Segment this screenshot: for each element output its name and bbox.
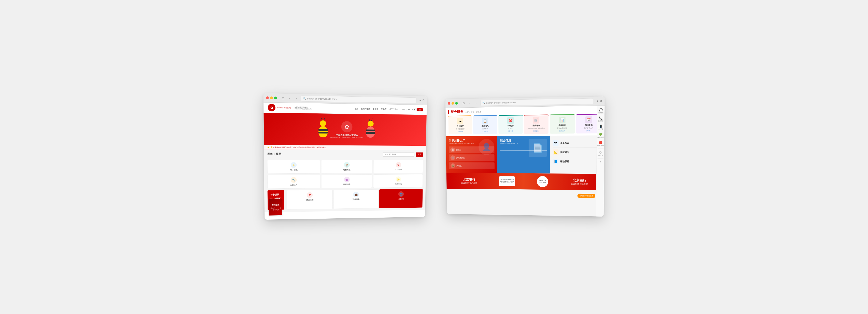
slogan-line2: 京心相随 [469, 182, 477, 184]
left-nav-home[interactable]: 首页 [354, 107, 358, 110]
sidebar-ip-rights[interactable]: © 知识产权 [597, 150, 603, 157]
stats-service-link[interactable]: 立即进入 [551, 130, 574, 132]
left-hero-banner: ✿ 中国进出口商品交易会 CHINA IMPORT AND EXPORT FAI… [264, 113, 426, 146]
left-forward-button[interactable]: › [294, 96, 299, 101]
left-content-header-row: 展商 + 展品 搜索 [267, 152, 423, 159]
purchase-icon-row: 🛒 [525, 117, 547, 124]
left-category-health[interactable]: ❤ 健康休闲 [287, 190, 332, 209]
ciftis-logo-text: CIFTIS 中国国际服务贸易交易会战略合作伙伴 FOR TRADE IN SE… [500, 179, 514, 184]
right-float-chat-widget[interactable]: 在线聊天/咨询服务 [577, 194, 595, 198]
left-copy-button[interactable]: ⧉ [423, 99, 424, 102]
left-minimize-button[interactable] [270, 97, 273, 99]
sidebar-up-arrow[interactable]: ∧ [599, 160, 602, 164]
right-search-icon: 🔍 [483, 102, 485, 104]
left-category-electronics[interactable]: ⚡ 电子家电 [267, 160, 320, 174]
sidebar-app-download[interactable]: 📱 APP下载 [598, 124, 604, 131]
right-address-bar[interactable]: 🔍 Search or enter website name [480, 98, 593, 106]
left-new-tab-button[interactable]: + [419, 99, 421, 102]
right-maximize-button[interactable] [455, 102, 458, 105]
left-sidebar-toggle[interactable]: ◻ [280, 95, 286, 101]
left-category-household[interactable]: 🛍 家庭消费 [321, 174, 372, 188]
left-category-hardware[interactable]: 🔧 五金工具 [267, 175, 320, 188]
right-minimize-button[interactable] [451, 102, 454, 105]
help-label: 帮助手册 [560, 160, 569, 163]
mascot-stripe1 [318, 129, 328, 131]
left-lang-en[interactable]: EN [408, 109, 410, 111]
right-service-cloud[interactable]: ☁ 云上展厅 即 演智能推荐 立即进入 [448, 115, 472, 134]
left-browser-window: ◻ ‹ › 🔍 Search or enter website name + ⧉… [263, 93, 427, 219]
3d-service-sub: 3D展厅 [499, 128, 521, 130]
right-close-button[interactable] [448, 102, 450, 105]
left-browser-actions: + ⧉ [419, 99, 424, 102]
purchase-service-name: 采购意向 [525, 124, 547, 127]
right-new-tab-button[interactable]: + [597, 99, 598, 103]
guide-item-zone[interactable]: 📐 展区规划 › [553, 148, 601, 157]
find-product-label: 找展品 [456, 165, 462, 167]
left-hero-center: ✿ 中国进出口商品交易会 CHINA IMPORT AND EXPORT FAI… [330, 121, 364, 138]
right-copy-button[interactable]: ⧉ [600, 99, 602, 103]
left-search-input[interactable] [382, 152, 414, 156]
3d-service-name: 3D展厅 [499, 125, 521, 127]
left-register-btn[interactable]: 注册 [411, 108, 416, 111]
cloud-icon-row: ☁ [450, 118, 471, 125]
left-search-button[interactable]: 搜索 [416, 152, 423, 156]
supply-find-purchase[interactable]: 🛒 找采购意向 [449, 154, 494, 161]
left-book-cover: 共同梦想 《北京梦》—— 一生一世 书事丛书 [269, 199, 282, 215]
guide-item-help[interactable]: 📘 帮助手册 › [553, 157, 601, 166]
left-login-btn[interactable]: 登录 [417, 108, 423, 111]
left-maximize-button[interactable] [274, 97, 277, 100]
right-back-button[interactable]: ‹ [467, 100, 472, 106]
left-category-industrial[interactable]: ⚙ 工业制造 [373, 160, 423, 173]
import-icon: 🌐 [398, 191, 404, 197]
3d-service-link[interactable]: 立即进入 [499, 130, 521, 133]
3d-icon: 🎯 [507, 117, 514, 124]
left-address-bar[interactable]: 🔍 Search or enter website name [301, 96, 416, 103]
ip-rights-icon: © [599, 151, 601, 154]
right-big-cards: 供需对接大厅 SUPPLY AND DEMAND DOCKING HALL 👤 … [446, 135, 604, 174]
contact-label: 联系我们 [598, 120, 603, 122]
hero-title-en: CHINA IMPORT AND EXPORT FAIR Since 1957 [330, 137, 363, 138]
left-lang-switcher: 中文 | EN 注册 登录 [402, 108, 423, 111]
sidebar-wechat-qr[interactable]: 💚 微信二维码 [597, 132, 604, 139]
zone-icon: 📐 [553, 149, 558, 155]
left-lang-separator: | [406, 109, 407, 111]
right-services-grid: ☁ 云上展厅 即 演智能推荐 立即进入 📋 展商名录 展商名录 立即进入 [448, 114, 601, 134]
left-nav-exhibitor[interactable]: 参展商 [373, 108, 378, 110]
left-category-building[interactable]: 🏠 建材家装 [321, 160, 372, 173]
directory-service-link[interactable]: 立即进入 [474, 131, 496, 133]
left-nav-about[interactable]: 关于广交会 [389, 108, 398, 111]
electronics-label: 电子家电 [270, 169, 318, 171]
sidebar-contact-us[interactable]: 📞 联系我们 [598, 115, 604, 123]
right-service-3d[interactable]: 🎯 3D展厅 3D展厅 立即进入 [498, 115, 523, 134]
sidebar-weibo-qr[interactable]: 🔴 微博二维码 [597, 140, 604, 147]
right-service-stats[interactable]: 📊 成果统计 展会成果加统表 立即进入 [550, 114, 575, 134]
supply-find-product[interactable]: 📦 找展品 [449, 162, 495, 169]
find-booth-label: 找展台 [456, 148, 461, 151]
right-forward-button[interactable]: › [473, 100, 479, 106]
left-close-button[interactable] [266, 97, 269, 99]
fashion-icon: ✨ [395, 176, 401, 182]
product-icon: 📦 [450, 163, 455, 168]
mascot-antenna-left [321, 118, 322, 120]
health-icon: ❤ [307, 192, 312, 198]
left-category-fashion[interactable]: ✨ 时尚生活 [373, 174, 423, 188]
right-service-directory[interactable]: 📋 展商名录 展商名录 立即进入 [473, 115, 497, 134]
banner-slogan-left: 真诚相伴 京心相随 [461, 182, 477, 184]
purchase-service-link[interactable]: 立即进入 [525, 130, 547, 132]
industrial-icon: ⚙ [396, 162, 401, 168]
left-nav-buyer[interactable]: 采购商 [381, 108, 386, 110]
sidebar-online-service[interactable]: 💬 在线客服 [598, 107, 604, 115]
convention-icon: 🗺 [553, 140, 558, 146]
stats-icon: 📊 [559, 117, 565, 124]
hero-flower-icon: ✿ [341, 121, 352, 133]
float-chat-text: 在线聊天/咨询服务 [579, 195, 593, 197]
cloud-service-link[interactable]: 立即进入 [450, 131, 471, 133]
guide-item-convention[interactable]: 🗺 参会指南 › [553, 138, 601, 148]
mascot-head [320, 120, 326, 126]
left-nav-news[interactable]: 新闻与媒体 [361, 108, 370, 110]
left-category-import[interactable]: 🌐 进口馆 [379, 189, 423, 208]
left-category-trade[interactable]: 💼 贸易服务 [334, 189, 378, 209]
left-back-button[interactable]: ‹ [287, 96, 292, 101]
right-sidebar-toggle[interactable]: ◻ [461, 101, 466, 106]
right-service-purchase[interactable]: 🛒 采购意向 无采购意向大厅开采购意向 立即进入 [524, 114, 549, 134]
